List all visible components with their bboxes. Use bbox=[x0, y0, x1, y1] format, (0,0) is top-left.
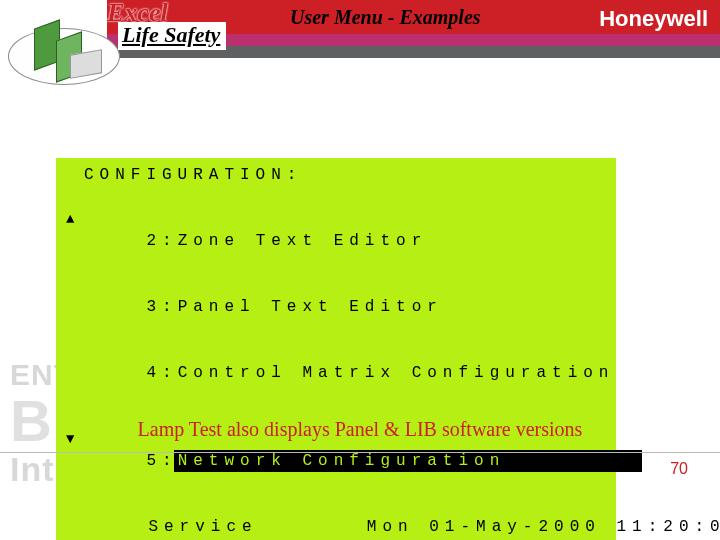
slide-header: Excel Life Safety User Menu - Examples H… bbox=[0, 0, 720, 70]
lcd-item-label: Zone Text Editor bbox=[178, 232, 428, 250]
lcd-menu-item-3[interactable]: 3:Panel Text Editor bbox=[64, 274, 608, 340]
lcd-menu-item-2[interactable]: ▲ 2:Zone Text Editor bbox=[64, 186, 608, 274]
lcd-service-label: Service bbox=[148, 518, 257, 536]
lcd-datetime: Mon 01-May-2000 11:20:07 bbox=[367, 518, 720, 536]
brand-life-safety: Life Safety bbox=[118, 22, 226, 50]
up-arrow-icon[interactable]: ▲ bbox=[66, 208, 74, 230]
honeywell-logo: Honeywell bbox=[599, 6, 708, 32]
page-number: 70 bbox=[670, 460, 688, 478]
lcd-panel: CONFIGURATION: ▲ 2:Zone Text Editor 3:Pa… bbox=[56, 158, 616, 540]
lcd-item-num: 2 bbox=[146, 232, 162, 250]
lcd-item-label-selected: Network Configuration bbox=[174, 450, 642, 472]
lcd-footer: Service Mon 01-May-2000 11:20:07 bbox=[64, 494, 608, 540]
lcd-item-num: 3 bbox=[146, 298, 162, 316]
lcd-item-label: Panel Text Editor bbox=[178, 298, 443, 316]
lcd-heading: CONFIGURATION: bbox=[64, 164, 608, 186]
lcd-item-label: Control Matrix Configuration bbox=[178, 364, 615, 382]
horizontal-rule bbox=[0, 452, 720, 453]
lcd-menu-item-4[interactable]: 4:Control Matrix Configuration bbox=[64, 340, 608, 406]
slide-title: User Menu - Examples bbox=[290, 6, 481, 29]
slide-caption: Lamp Test also displays Panel & LIB soft… bbox=[0, 418, 720, 441]
lcd-item-num: 5 bbox=[146, 452, 162, 470]
lcd-item-num: 4 bbox=[146, 364, 162, 382]
isometric-board-icon bbox=[8, 8, 118, 88]
